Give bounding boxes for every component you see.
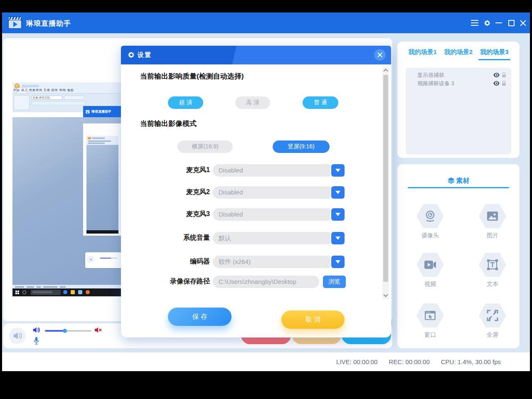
- volume-slider[interactable]: [45, 330, 91, 332]
- status-bar: LIVE: 00:00:00 REC: 00:00:00 CPU: 1.4%, …: [2, 352, 530, 371]
- dialog-gear-icon: [128, 51, 135, 59]
- lock-icon[interactable]: [502, 72, 506, 78]
- source-list: 显示器捕获 视频捕获设备 3: [406, 68, 511, 155]
- encoder-label: 编码器: [121, 257, 210, 266]
- captured-taskbar: [12, 288, 122, 296]
- encoder-dropdown-icon[interactable]: [331, 256, 345, 268]
- volume-slider-handle[interactable]: [63, 329, 67, 333]
- system-volume-select[interactable]: 默认: [213, 232, 330, 244]
- material-image[interactable]: 图片: [470, 204, 515, 239]
- nested-volume-bar: ◄: [85, 252, 122, 268]
- settings-gear-icon[interactable]: [482, 18, 493, 28]
- fullscreen-icon: [479, 303, 506, 328]
- system-volume-row: 系统音量 默认: [121, 232, 391, 244]
- source-name: 视频捕获设备 3: [417, 80, 454, 86]
- tab-scene-1[interactable]: 我的场景1: [408, 48, 436, 60]
- mic3-select[interactable]: Disabled: [213, 208, 330, 221]
- microphone-icon[interactable]: [34, 337, 39, 345]
- word-font-box: 宋体 (中文正文): [32, 96, 62, 100]
- material-window[interactable]: 窗口: [407, 303, 453, 339]
- mic3-row: 麦克风3 Disabled: [121, 208, 391, 221]
- quality-option-normal[interactable]: 普 通: [303, 96, 338, 109]
- layers-icon: [448, 177, 455, 184]
- master-speaker-icon[interactable]: [9, 328, 26, 344]
- live-timer: LIVE: 00:00:00: [336, 358, 377, 365]
- dialog-close-icon[interactable]: [374, 49, 386, 61]
- save-path-input[interactable]: C:\Users\zhnangby\Desktop: [213, 276, 319, 288]
- webcam-icon: [416, 204, 444, 228]
- material-video[interactable]: 视频: [407, 253, 453, 288]
- tab-scene-2[interactable]: 我的场景2: [444, 48, 473, 60]
- save-path-label: 录像保存路径: [121, 277, 210, 286]
- scenes-panel: 我的场景1 我的场景2 我的场景3 显示器捕获 视频捕获设备 3: [397, 42, 520, 158]
- visibility-eye-icon[interactable]: [493, 81, 500, 86]
- captured-app-titlebar: 琳琅直播助手: [83, 106, 122, 117]
- mic3-label: 麦克风3: [121, 210, 210, 219]
- system-volume-dropdown-icon[interactable]: [331, 232, 345, 244]
- nested-capture-preview: [86, 136, 118, 234]
- cpu-fps: CPU: 1.4%, 30.00 fps: [441, 358, 501, 365]
- image-icon: [479, 204, 506, 228]
- quality-heading: 当前输出影响质量(检测自动选择): [140, 71, 244, 81]
- scene-tabs: 我的场景1 我的场景2 我的场景3: [397, 48, 520, 60]
- system-volume-label: 系统音量: [121, 234, 210, 242]
- source-name: 显示器捕获: [417, 72, 444, 78]
- source-row-video-device[interactable]: 视频捕获设备 3: [410, 79, 507, 88]
- cancel-button[interactable]: 取 消: [281, 310, 345, 329]
- mic2-select[interactable]: Disabled: [213, 186, 330, 199]
- dialog-scrollbar[interactable]: [382, 66, 389, 299]
- mic2-dropdown-icon[interactable]: [331, 186, 345, 199]
- mic1-select[interactable]: Disabled: [213, 164, 330, 177]
- browse-button[interactable]: 浏览: [323, 276, 346, 288]
- mode-heading: 当前输出影像模式: [140, 119, 197, 128]
- encoder-row: 编码器 软件 (x264): [121, 256, 391, 268]
- visibility-eye-icon[interactable]: [493, 72, 500, 78]
- app-logo-icon: [8, 16, 22, 29]
- tab-scene-3[interactable]: 我的场景3: [480, 48, 508, 60]
- app-title: 琳琅直播助手: [26, 19, 71, 28]
- save-path-row: 录像保存路径 C:\Users\zhnangby\Desktop 浏览: [121, 276, 391, 288]
- maximize-icon[interactable]: [506, 18, 517, 28]
- speaker-icon[interactable]: [32, 327, 40, 333]
- lock-icon[interactable]: [502, 81, 506, 86]
- material-fullscreen[interactable]: 全屏: [470, 303, 515, 339]
- word-ribbon-tabs: 开始 插入 页面布局 引用 邮件 审阅 视图: [13, 88, 122, 93]
- mic3-dropdown-icon[interactable]: [331, 208, 345, 221]
- dialog-header: 设置: [121, 46, 391, 64]
- close-window-icon[interactable]: [517, 18, 528, 28]
- mode-option-portrait[interactable]: 竖屏(9:16): [273, 140, 330, 153]
- mic2-label: 麦克风2: [121, 188, 210, 197]
- materials-heading: 素材: [397, 177, 520, 185]
- source-row-display-capture[interactable]: 显示器捕获: [410, 71, 507, 79]
- scroll-up-icon[interactable]: [383, 69, 388, 73]
- rec-timer: REC: 00:00:00: [389, 358, 429, 365]
- text-icon: [479, 253, 506, 277]
- scroll-down-icon[interactable]: [383, 292, 388, 297]
- mode-option-landscape[interactable]: 横屏(16:9): [177, 140, 233, 153]
- material-webcam[interactable]: 摄像头: [407, 204, 453, 239]
- window-icon: [416, 303, 444, 328]
- encoder-select[interactable]: 软件 (x264): [213, 256, 330, 268]
- muted-speaker-icon[interactable]: [94, 327, 102, 333]
- mic1-row: 麦克风1 Disabled: [121, 164, 391, 177]
- settings-dialog: 设置 当前输出影响质量(检测自动选择) 超 清 高 清 普 通 当前输出影像模式…: [121, 46, 391, 337]
- materials-panel: 素材 摄像头 图片 视频 文本: [397, 164, 520, 348]
- dialog-title: 设置: [138, 51, 152, 59]
- title-bar: 琳琅直播助手: [2, 12, 530, 33]
- minimize-icon[interactable]: [493, 18, 504, 28]
- save-button[interactable]: 保 存: [168, 308, 232, 326]
- captured-app-title: 琳琅直播助手: [91, 109, 111, 114]
- scrollbar-thumb[interactable]: [383, 75, 388, 282]
- app-window: 琳琅直播助手 开始 插入 页面布局 引用 邮件 审阅 视图: [2, 12, 530, 371]
- quality-option-hd[interactable]: 高 清: [235, 96, 270, 109]
- material-text[interactable]: 文本: [470, 253, 515, 288]
- display-capture-preview: 开始 插入 页面布局 引用 邮件 审阅 视图 宋体 (中文正文) ··· ···…: [12, 82, 122, 296]
- video-icon: [416, 253, 444, 277]
- mic2-row: 麦克风2 Disabled: [121, 186, 391, 199]
- mic1-label: 麦克风1: [121, 166, 210, 175]
- quality-option-uhd[interactable]: 超 清: [168, 96, 203, 109]
- mic1-dropdown-icon[interactable]: [331, 164, 345, 177]
- menu-icon[interactable]: [469, 18, 480, 28]
